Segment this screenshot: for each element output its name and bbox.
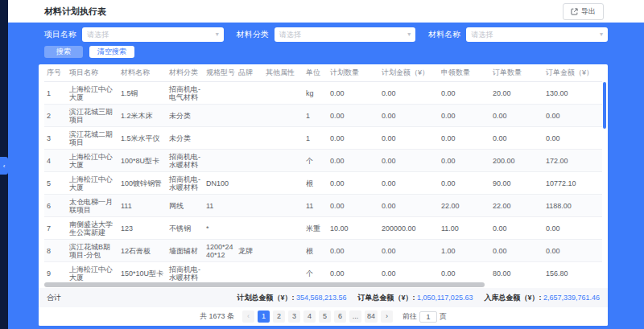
total-label: 入库总金额（¥）: [484,294,543,302]
filter-row: 项目名称请选择▾材料分类请选择▾材料名称请选择▾ [44,27,608,42]
table-cell: 南侧盛达大学生公寓新建 [67,217,118,240]
select-placeholder: 请选择 [279,30,301,40]
table-row[interactable]: 6太仓电梯一月联项目111网线11110.000.0022.0022.00118… [44,195,602,217]
vertical-scrollbar-thumb[interactable] [603,82,606,129]
search-button[interactable]: 搜索 [44,46,83,58]
table-cell: 米重 [303,217,328,240]
filter-label: 材料名称 [428,29,460,40]
prev-page-button[interactable]: ‹ [242,310,254,323]
chevron-down-icon: ▾ [600,31,603,38]
chevron-down-icon: ▾ [407,31,411,38]
goto-suffix: 页 [440,311,447,322]
table-cell: 0.00 [328,240,379,262]
table-cell [236,105,263,127]
table-cell: 0.00 [379,172,439,195]
chevron-down-icon: ▾ [216,31,219,38]
table-cell [236,262,263,282]
table-cell: 0.00 [379,105,439,127]
column-header: 计划数量 [328,64,379,82]
page-button[interactable]: 2 [273,310,285,323]
goto-page-input[interactable] [419,311,437,323]
table-cell: 100*8U型卡 [118,150,167,172]
table-cell [204,150,236,172]
table-cell: 22.00 [439,195,490,217]
table-cell: 根 [303,172,328,195]
total-count: 共 1673 条 [200,311,234,322]
table-cell [204,127,236,150]
table-cell: 1.00 [439,240,490,262]
next-page-icon: › [386,312,388,320]
table-row[interactable]: 2滨江花城三期项目1.2米木床未分类10.000.000.000.000.00 [44,105,602,127]
table-cell: 0.00 [328,172,379,195]
prev-page-icon: ‹ [247,312,250,320]
table-cell: 0.00 [439,150,490,172]
table-row[interactable]: 8滨江花城B期项目-分包12石膏板墙面辅材1200*2440*12龙牌根0.00… [44,240,602,262]
table-row[interactable]: 4上海松江中心大厦100*8U型卡招商机电-水暖材料个0.000.000.002… [44,150,602,172]
table-cell: 墙面辅材 [167,240,204,262]
table-cell [236,217,263,240]
table-row[interactable]: 5上海松江中心大厦100镀锌钢管招商机电-水暖材料DN100根0.000.000… [44,172,602,195]
select-placeholder: 请选择 [87,30,109,40]
page-ellipsis-button[interactable]: ... [349,310,361,323]
table-cell: 未分类 [167,105,204,127]
table-cell: 130.00 [543,82,602,105]
table-cell: 0.00 [439,172,490,195]
table-cell: 根 [303,240,328,262]
table-cell: kg [303,82,328,105]
table-row[interactable]: 9上海松江中心大厦150*10U型卡招商机电-水暖材料个0.000.000.00… [44,262,602,282]
column-header: 其他属性 [263,64,303,82]
table-cell: 5 [44,172,67,195]
table-cell: 4 [44,150,67,172]
table-row[interactable]: 7南侧盛达大学生公寓新建123不锈钢*米重10.00200000.0011.00… [44,217,602,240]
page-button[interactable]: 5 [319,310,331,323]
filter-label: 材料分类 [237,29,269,40]
horizontal-scrollbar-thumb[interactable] [44,282,485,287]
table-cell: 0.00 [543,105,602,127]
sidebar-toggle[interactable]: ‹ [0,157,8,175]
total-value: 354,568,213.56 [296,294,347,302]
table-row[interactable]: 3滨江花城二期项目1.5米水平仪未分类10.000.000.000.000.00 [44,127,602,150]
table-cell: 0.00 [379,82,439,105]
table-row[interactable]: 1上海松江中心大厦1.5铜招商机电-电气材料kg0.000.000.0020.0… [44,82,602,105]
total-value: 1,050,117,025.63 [417,294,473,302]
table-cell: 12石膏板 [118,240,167,262]
table-cell [263,105,303,127]
table-cell: 未分类 [167,127,204,150]
page-button[interactable]: 1 [258,310,270,323]
table-cell: 7 [44,217,67,240]
table-cell: 10.00 [328,217,379,240]
page-title: 材料计划执行表 [44,6,106,18]
filter-select[interactable]: 请选择▾ [466,27,608,42]
page-button[interactable]: 3 [288,310,300,323]
table-cell: 1.5铜 [118,82,167,105]
next-page-button[interactable]: › [381,310,393,323]
page-header: 材料计划执行表 导出 [8,0,644,23]
filter-buttons: 搜索 清空搜索 [44,46,608,58]
table-cell: 1 [303,127,328,150]
summary-bar: 合计 计划总金额（¥）: 354,568,213.56订单总金额（¥）: 1,0… [39,288,608,307]
export-button[interactable]: 导出 [563,3,604,20]
page-button[interactable]: 4 [303,310,316,323]
page-button[interactable]: 84 [365,310,378,323]
clear-search-button[interactable]: 清空搜索 [89,46,134,58]
filter-field: 材料分类请选择▾ [237,27,416,42]
table-container: 序号项目名称材料名称材料分类规格型号品牌其他属性单位计划数量计划金额（¥）申领数… [39,64,608,282]
table-cell: 1200*2440*12 [204,240,236,262]
filter-select[interactable]: 请选择▾ [275,27,416,42]
column-header: 规格型号 [204,64,236,82]
table-cell: 1188.00 [543,195,602,217]
page-button[interactable]: 6 [334,310,346,323]
table-cell: 0.00 [439,105,490,127]
table-cell [263,240,303,262]
table-cell: 0.00 [543,127,602,150]
table-cell: 0.00 [379,262,439,282]
main-area: 材料计划执行表 导出 项目名称请选择▾材料分类请选择▾材料名称请选择▾ 搜索 清… [8,0,644,329]
table-cell [263,172,303,195]
column-header: 订单数量 [490,64,543,82]
select-placeholder: 请选择 [471,30,493,40]
filter-select[interactable]: 请选择▾ [82,27,224,42]
table-cell: 网线 [167,195,204,217]
horizontal-scrollbar-track [44,282,602,288]
table-cell: 172.00 [543,150,602,172]
table-cell: 0.00 [328,262,379,282]
